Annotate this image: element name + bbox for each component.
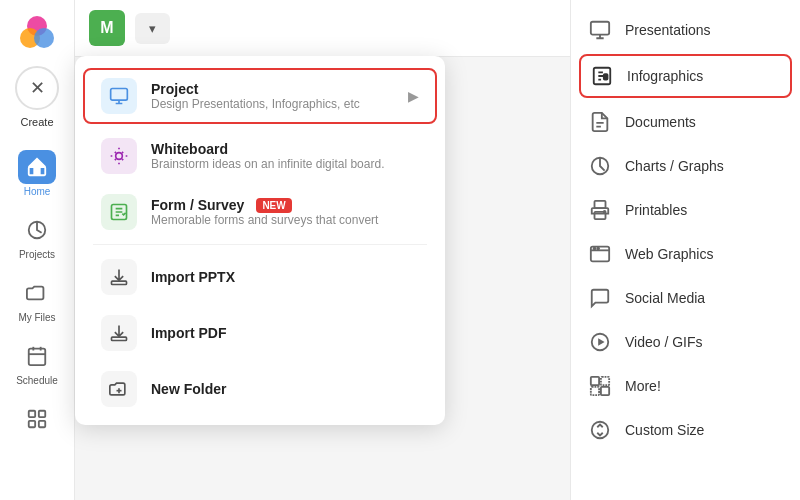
right-panel-documents[interactable]: Documents: [571, 100, 800, 144]
whiteboard-icon-wrap: [101, 138, 137, 174]
svg-point-28: [594, 248, 596, 250]
sidebar-item-myfiles[interactable]: My Files: [0, 268, 74, 331]
close-icon: ✕: [30, 77, 45, 99]
social-media-icon: [589, 287, 611, 309]
menu-item-import-pptx[interactable]: Import PPTX: [83, 249, 437, 305]
svg-point-14: [116, 153, 123, 160]
form-text: Form / Survey NEW Memorable forms and su…: [151, 197, 378, 227]
import-pptx-icon-wrap: [101, 259, 137, 295]
svg-point-29: [597, 248, 599, 250]
form-icon-wrap: [101, 194, 137, 230]
svg-rect-12: [39, 421, 45, 427]
right-panel-social-media[interactable]: Social Media: [571, 276, 800, 320]
right-panel-charts-graphs[interactable]: Charts / Graphs: [571, 144, 800, 188]
project-title: Project: [151, 81, 360, 97]
import-pdf-title: Import PDF: [151, 325, 226, 341]
workspace-badge: M: [89, 10, 125, 46]
right-panel-video-gifs[interactable]: Video / GIFs: [571, 320, 800, 364]
right-panel-infographics[interactable]: Infographics: [579, 54, 792, 98]
project-text: Project Design Presentations, Infographi…: [151, 81, 360, 111]
home-icon: [26, 156, 48, 178]
myfiles-icon-wrap: [18, 276, 56, 310]
web-graphics-icon: [589, 243, 611, 265]
import-pdf-text: Import PDF: [151, 325, 226, 341]
import-pptx-icon: [109, 267, 129, 287]
menu-item-form-survey[interactable]: Form / Survey NEW Memorable forms and su…: [83, 184, 437, 240]
new-folder-title: New Folder: [151, 381, 226, 397]
svg-rect-9: [29, 411, 35, 417]
menu-item-whiteboard[interactable]: Whiteboard Brainstorm ideas on an infini…: [83, 128, 437, 184]
more-label: More!: [625, 378, 661, 394]
sidebar-item-extra[interactable]: [0, 394, 74, 444]
whiteboard-text: Whiteboard Brainstorm ideas on an infini…: [151, 141, 384, 171]
project-icon-wrap: [101, 78, 137, 114]
project-icon: [109, 86, 129, 106]
custom-size-label: Custom Size: [625, 422, 704, 438]
main-area: M ▾ Project Design Presentations, Infogr…: [75, 0, 570, 500]
project-arrow-icon: ▶: [408, 88, 419, 104]
web-graphics-label: Web Graphics: [625, 246, 713, 262]
svg-rect-24: [595, 201, 606, 208]
sidebar: ✕ Create Home Projects My File: [0, 0, 75, 500]
video-gifs-label: Video / GIFs: [625, 334, 703, 350]
dropdown-menu: Project Design Presentations, Infographi…: [75, 56, 445, 425]
sidebar-item-projects[interactable]: Projects: [0, 205, 74, 268]
extra-icon-wrap: [18, 402, 56, 436]
create-label: Create: [20, 116, 53, 128]
menu-item-new-folder[interactable]: New Folder: [83, 361, 437, 417]
documents-icon: [589, 111, 611, 133]
dropdown-arrow-icon: ▾: [149, 21, 156, 36]
home-icon-wrap: [18, 150, 56, 184]
svg-point-26: [604, 211, 606, 213]
right-panel-custom-size[interactable]: Custom Size: [571, 408, 800, 452]
import-pdf-icon-wrap: [101, 315, 137, 351]
svg-rect-20: [591, 22, 609, 35]
sidebar-item-home[interactable]: Home: [0, 142, 74, 205]
infographics-icon: [591, 65, 613, 87]
svg-rect-11: [29, 421, 35, 427]
grid-icon: [26, 408, 48, 430]
menu-item-project[interactable]: Project Design Presentations, Infographi…: [83, 68, 437, 124]
sidebar-schedule-label: Schedule: [16, 375, 58, 386]
svg-rect-13: [111, 89, 128, 101]
whiteboard-subtitle: Brainstorm ideas on an infinite digital …: [151, 157, 384, 171]
svg-rect-16: [112, 281, 127, 284]
presentations-icon: [589, 19, 611, 41]
menu-item-import-pdf[interactable]: Import PDF: [83, 305, 437, 361]
sidebar-projects-label: Projects: [19, 249, 55, 260]
whiteboard-title: Whiteboard: [151, 141, 384, 157]
right-panel-web-graphics[interactable]: Web Graphics: [571, 232, 800, 276]
right-panel-presentations[interactable]: Presentations: [571, 8, 800, 52]
new-badge: NEW: [256, 198, 291, 213]
folder-icon: [26, 282, 48, 304]
form-icon: [109, 202, 129, 222]
workspace-dropdown[interactable]: ▾: [135, 13, 170, 44]
svg-marker-31: [598, 338, 604, 345]
video-icon: [589, 331, 611, 353]
social-media-label: Social Media: [625, 290, 705, 306]
new-folder-text: New Folder: [151, 381, 226, 397]
import-pptx-text: Import PPTX: [151, 269, 235, 285]
project-subtitle: Design Presentations, Infographics, etc: [151, 97, 360, 111]
sidebar-item-schedule[interactable]: Schedule: [0, 331, 74, 394]
svg-rect-17: [112, 337, 127, 340]
svg-rect-34: [591, 387, 599, 395]
custom-size-icon: [589, 419, 611, 441]
form-subtitle: Memorable forms and surveys that convert: [151, 213, 378, 227]
projects-icon: [26, 219, 48, 241]
right-panel-printables[interactable]: Printables: [571, 188, 800, 232]
import-pdf-icon: [109, 323, 129, 343]
svg-point-2: [34, 28, 54, 48]
form-title: Form / Survey NEW: [151, 197, 378, 213]
sidebar-home-label: Home: [24, 186, 51, 197]
presentations-label: Presentations: [625, 22, 711, 38]
charts-icon: [589, 155, 611, 177]
app-logo: [15, 10, 59, 58]
svg-rect-35: [601, 387, 609, 395]
right-panel-more[interactable]: More!: [571, 364, 800, 408]
infographics-label: Infographics: [627, 68, 703, 84]
projects-icon-wrap: [18, 213, 56, 247]
svg-rect-22: [604, 74, 608, 80]
create-button[interactable]: ✕: [15, 66, 59, 110]
svg-rect-33: [601, 377, 609, 385]
